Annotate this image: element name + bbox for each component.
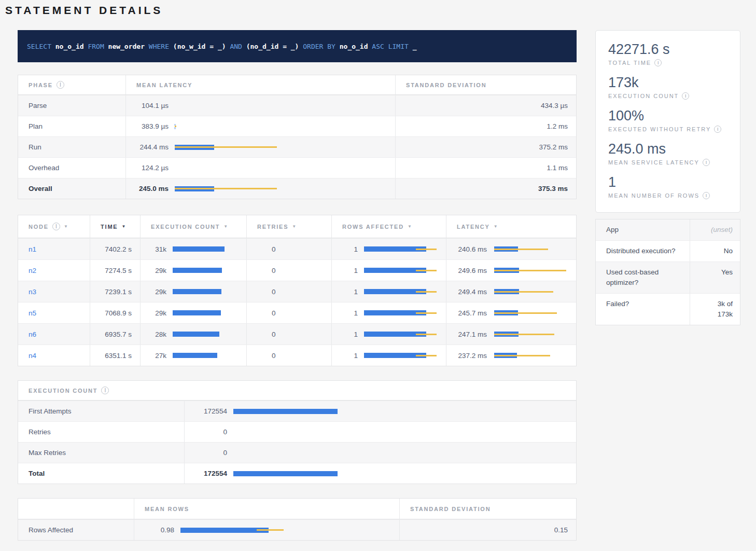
info-icon[interactable]: i <box>52 223 60 230</box>
table-row: Run 244.4 ms 375.2 ms <box>18 136 576 157</box>
latency-value: 245.7 ms <box>457 309 487 317</box>
time-value: 7402.2 s <box>105 245 132 253</box>
time-value: 6351.1 s <box>105 352 132 360</box>
sort-caret-icon[interactable]: ▼ <box>223 224 229 229</box>
sort-caret-icon[interactable]: ▼ <box>121 224 127 229</box>
page-title: STATEMENT DETAILS <box>5 4 740 17</box>
execution-count-bar <box>173 267 240 273</box>
stat-label: TOTAL TIME <box>608 60 651 66</box>
sql-token: ORDER BY <box>303 43 335 50</box>
node-column-header[interactable]: NODEi▼ <box>18 215 90 238</box>
info-icon[interactable]: i <box>682 92 689 100</box>
retries-value: 0 <box>272 288 276 296</box>
count-bar <box>233 429 347 435</box>
retries-value: 0 <box>272 267 276 274</box>
stat-value: 1 <box>608 174 727 190</box>
statement-attributes-table: App (unset) Distributed execution? No Us… <box>595 219 740 325</box>
attribute-label: Used cost-based optimizer? <box>606 267 690 288</box>
phase-label: Plan <box>29 122 43 130</box>
count-bar <box>233 450 347 456</box>
mean-latency-header-label: MEAN LATENCY <box>136 82 192 88</box>
execution-count-column-header[interactable]: EXECUTION COUNT▼ <box>141 215 247 238</box>
stat-mean-number-of-rows: 1 MEAN NUMBER OF ROWSi <box>608 174 727 199</box>
execution-count-bar <box>173 288 240 295</box>
node-link[interactable]: n2 <box>29 267 36 274</box>
execution-count-header-label: EXECUTION COUNT <box>151 224 220 230</box>
execution-count-value: 29k <box>151 309 166 317</box>
sort-caret-icon[interactable]: ▼ <box>408 224 413 229</box>
table-row: Overhead 124.2 µs 1.1 ms <box>18 157 576 178</box>
rows-affected-bar <box>364 310 442 316</box>
table-row: Max Retries 0 <box>18 442 576 463</box>
node-row: n3 7239.1 s 29k 0 1 249.4 ms <box>18 281 576 302</box>
info-icon[interactable]: i <box>714 126 721 133</box>
info-icon[interactable]: i <box>703 159 710 166</box>
mean-latency-value: 244.4 ms <box>136 143 169 151</box>
table-row: Plan 383.9 µs 1.2 ms <box>18 116 576 136</box>
per-node-table: NODEi▼ TIME▼ EXECUTION COUNT▼ RETRIES▼ R… <box>18 215 577 366</box>
retries-value: 0 <box>272 352 276 360</box>
sql-token: FROM <box>88 43 104 50</box>
execution-count-value: 29k <box>151 267 166 274</box>
sql-token: (no_w_id = _) <box>173 43 226 50</box>
sort-caret-icon[interactable]: ▼ <box>292 224 297 229</box>
info-icon[interactable]: i <box>101 387 109 394</box>
node-link[interactable]: n6 <box>29 330 36 338</box>
stat-value: 173k <box>608 74 727 91</box>
sort-caret-icon[interactable]: ▼ <box>494 224 499 229</box>
retries-value: 0 <box>272 245 276 253</box>
execution-count-bar <box>173 310 240 316</box>
count-bar <box>233 471 347 477</box>
phase-label: Overhead <box>29 164 59 172</box>
phase-column-header: PHASEi <box>18 75 126 94</box>
node-link[interactable]: n3 <box>29 288 36 296</box>
latency-bar <box>494 267 572 273</box>
rows-affected-bar <box>364 352 442 359</box>
node-row: n5 7068.9 s 29k 0 1 245.7 ms <box>18 302 576 323</box>
latency-bar <box>494 288 572 295</box>
stat-mean-service-latency: 245.0 ms MEAN SERVICE LATENCYi <box>608 141 727 166</box>
retries-column-header[interactable]: RETRIES▼ <box>247 215 332 238</box>
table-row: Used cost-based optimizer? Yes <box>596 261 740 293</box>
sql-token: ASC <box>372 43 384 50</box>
execution-count-bar <box>173 246 240 252</box>
sql-token: (no_d_id = _) <box>246 43 299 50</box>
node-row: n1 7402.2 s 31k 0 1 240.6 ms <box>18 238 576 259</box>
attribute-value: 3k of 173k <box>701 299 741 320</box>
attribute-value: Yes <box>701 267 741 278</box>
sql-token: AND <box>230 43 242 50</box>
mean-latency-column-header: MEAN LATENCY <box>126 75 396 94</box>
row-label: Rows Affected <box>29 526 73 534</box>
node-link[interactable]: n4 <box>29 352 36 360</box>
info-icon[interactable]: i <box>57 81 64 89</box>
sql-token: LIMIT <box>388 43 409 50</box>
phase-label: Parse <box>29 102 47 109</box>
node-row: n6 6935.7 s 28k 0 1 247.1 ms <box>18 323 576 345</box>
node-link[interactable]: n1 <box>29 245 36 253</box>
sort-caret-icon[interactable]: ▼ <box>64 224 69 229</box>
std-dev-value: 1.2 ms <box>547 122 568 130</box>
info-icon[interactable]: i <box>703 192 710 199</box>
latency-column-header[interactable]: LATENCY▼ <box>446 215 577 238</box>
latency-value: 249.4 ms <box>457 288 487 296</box>
stat-value: 245.0 ms <box>608 141 727 157</box>
info-icon[interactable]: i <box>654 59 662 66</box>
empty-header-cell <box>18 499 134 519</box>
time-column-header[interactable]: TIME▼ <box>90 215 141 238</box>
stat-label: EXECUTED WITHOUT RETRY <box>608 126 711 132</box>
phase-table: PHASEi MEAN LATENCY STANDARD DEVIATION P… <box>18 75 577 199</box>
rows-affected-column-header[interactable]: ROWS AFFECTED▼ <box>332 215 446 238</box>
table-row: Failed? 3k of 173k <box>596 293 740 325</box>
time-value: 7239.1 s <box>105 288 132 296</box>
execution-count-title-label: EXECUTION COUNT <box>29 388 97 394</box>
mean-rows-value: 0.98 <box>145 526 174 534</box>
mean-rows-column-header: MEAN ROWS <box>134 499 400 519</box>
latency-header-label: LATENCY <box>457 224 490 230</box>
count-value: 0 <box>195 449 227 457</box>
node-link[interactable]: n5 <box>29 309 36 317</box>
rows-affected-header: MEAN ROWS STANDARD DEVIATION <box>18 499 576 519</box>
execution-count-value: 29k <box>151 288 166 296</box>
rows-affected-value: 1 <box>344 309 358 317</box>
sql-token: _ <box>413 43 417 50</box>
table-row: App (unset) <box>596 219 740 240</box>
